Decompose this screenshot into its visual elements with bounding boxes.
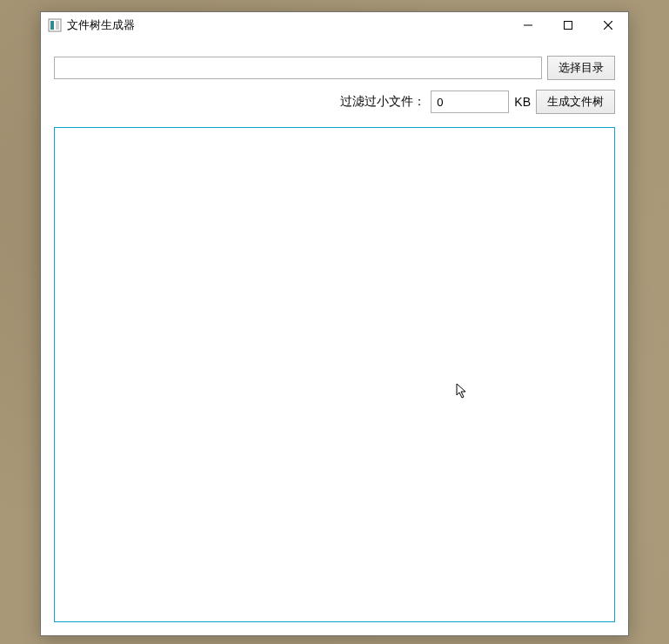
- directory-path-input[interactable]: [54, 57, 542, 79]
- app-icon: [48, 18, 62, 32]
- filter-label: 过滤过小文件：: [340, 94, 425, 110]
- output-textarea[interactable]: [54, 127, 615, 622]
- close-button[interactable]: [588, 12, 628, 38]
- filter-row: 过滤过小文件： KB 生成文件树: [54, 90, 615, 114]
- choose-directory-button[interactable]: 选择目录: [547, 56, 615, 80]
- window-controls: [508, 12, 628, 38]
- minimize-icon: [524, 21, 532, 30]
- path-row: 选择目录: [54, 56, 615, 80]
- maximize-icon: [564, 21, 572, 30]
- window-title: 文件树生成器: [67, 17, 508, 33]
- svg-rect-4: [565, 22, 572, 30]
- svg-rect-2: [56, 21, 59, 30]
- svg-rect-1: [50, 21, 54, 30]
- app-window: 文件树生成器 选择目录: [40, 11, 629, 636]
- close-icon: [604, 21, 612, 30]
- maximize-button[interactable]: [548, 12, 588, 38]
- size-unit-label: KB: [514, 95, 531, 109]
- minimize-button[interactable]: [508, 12, 548, 38]
- min-size-input[interactable]: [431, 91, 509, 113]
- titlebar[interactable]: 文件树生成器: [41, 12, 628, 38]
- generate-tree-button[interactable]: 生成文件树: [536, 90, 615, 114]
- client-area: 选择目录 过滤过小文件： KB 生成文件树: [41, 38, 628, 635]
